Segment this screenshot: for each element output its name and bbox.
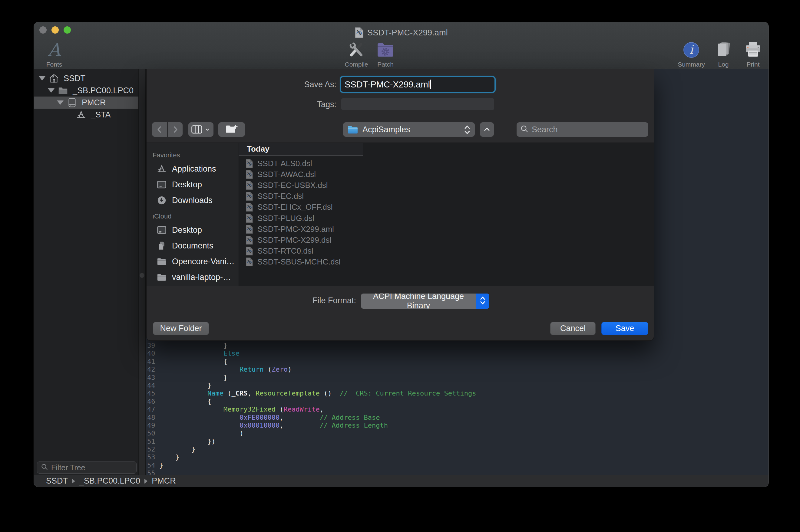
tree-item-SSDT[interactable]: SSDT [34, 72, 138, 84]
toolbar-center: CompilePatch [343, 38, 399, 68]
home-icon [49, 73, 60, 83]
code-token: { [159, 358, 227, 365]
file-row[interactable]: SSDT-AWAC.dsl [239, 169, 363, 180]
code-token: ReadWrite [284, 405, 320, 413]
code-text: } [159, 342, 227, 349]
toolbar-item-label: Summary [678, 61, 705, 68]
code-line: 47 Memory32Fixed (ReadWrite, [146, 405, 768, 413]
file-row[interactable]: SSDT-SBUS-MCHC.dsl [239, 256, 363, 267]
code-line: 45 Name (_CRS, ResourceTemplate () // _C… [146, 390, 768, 397]
toolbar-item-patch[interactable]: Patch [372, 38, 399, 68]
device-icon [67, 97, 78, 108]
line-number: 50 [146, 430, 159, 437]
sidebar-item-label: Downloads [172, 196, 212, 205]
sidebar-item-desktop[interactable]: Desktop [147, 177, 239, 192]
sidebar-item-downloads[interactable]: Downloads [147, 192, 239, 208]
code-text: }) [159, 438, 215, 445]
code-text: } [159, 453, 179, 461]
code-token: Memory32Fixed [223, 405, 276, 413]
downloads-icon [157, 195, 167, 205]
disclosure-triangle-icon[interactable] [57, 100, 63, 105]
window-title: SSDT-PMC-X299.aml [367, 28, 448, 38]
file-row[interactable]: SSDT-EHCx_OFF.dsl [239, 202, 363, 213]
tree-item-_STA[interactable]: _STA [34, 109, 138, 121]
disclosure-triangle-icon[interactable] [48, 88, 55, 93]
line-number: 49 [146, 421, 159, 430]
filter-tree-input[interactable] [51, 463, 133, 472]
toolbar-item-label: Log [718, 61, 728, 68]
forward-button[interactable] [168, 122, 183, 137]
file-row[interactable]: SSDT-RTC0.dsl [239, 246, 363, 256]
print-icon [743, 38, 763, 60]
file-row[interactable]: SSDT-PMC-X299.dsl [239, 234, 363, 245]
sidebar-item-opencore-vani-[interactable]: Opencore-Vani… [147, 253, 239, 269]
code-token [159, 390, 207, 397]
sidebar-item-applications[interactable]: Applications [147, 161, 239, 177]
toolbar-item-compile[interactable]: Compile [343, 38, 370, 68]
disclosure-triangle-icon[interactable] [39, 76, 45, 80]
toolbar-item-log[interactable]: Log [712, 38, 734, 68]
code-text: Return (Zero) [159, 365, 292, 374]
cancel-button[interactable]: Cancel [550, 322, 596, 335]
line-number: 47 [146, 405, 159, 413]
code-token: , [247, 390, 256, 397]
sidebar-item-vanilla-laptop--[interactable]: vanilla-laptop-… [147, 269, 239, 285]
code-token: ( [223, 390, 231, 397]
view-mode-button[interactable] [188, 122, 213, 137]
code-line: 39 } [146, 342, 768, 349]
patch-icon [376, 38, 395, 60]
dialog-nav-row: AcpiSamples [147, 122, 654, 137]
code-token: , [320, 405, 324, 413]
search-input[interactable] [532, 125, 645, 134]
sidebar-item-desktop[interactable]: Desktop [147, 222, 239, 238]
new-folder-toolbar-button[interactable] [218, 122, 245, 137]
page-icon [246, 192, 253, 201]
save-button[interactable]: Save [601, 322, 648, 335]
breadcrumb-segment: SSDT [46, 476, 68, 486]
file-row[interactable]: SSDT-PLUG.dsl [239, 213, 363, 224]
save-as-input[interactable]: SSDT-PMC-X299.aml [341, 77, 495, 92]
file-group-header: Today [239, 143, 363, 155]
code-token: ) [288, 365, 292, 373]
document-icon [355, 27, 364, 38]
parent-folder-button[interactable] [480, 122, 494, 137]
search-box[interactable] [517, 122, 648, 137]
sidebar-item-documents[interactable]: Documents [147, 238, 239, 253]
sidebar-item-label: vanilla-laptop-… [172, 273, 231, 282]
toolbar-item-fonts[interactable]: AFonts [41, 38, 68, 68]
line-number: 41 [146, 358, 159, 365]
desktop-background: SSDT-PMC-X299.aml AFonts CompilePatch iS… [0, 0, 800, 532]
filter-tree-box[interactable] [37, 461, 136, 474]
pane-splitter[interactable] [138, 69, 146, 475]
code-line: 48 0xFE000000, // Address Base [146, 414, 768, 421]
location-popup[interactable]: AcpiSamples [343, 122, 475, 137]
file-row[interactable]: SSDT-EC.dsl [239, 191, 363, 202]
code-line: 42 Return (Zero) [146, 365, 768, 374]
back-button[interactable] [152, 122, 167, 137]
toolbar-item-print[interactable]: Print [742, 38, 764, 68]
save-as-label: Save As: [246, 80, 336, 89]
file-format-value: ACPI Machine Language Binary [361, 293, 476, 309]
file-row[interactable]: SSDT-PMC-X299.aml [239, 224, 363, 234]
code-token: , [279, 414, 319, 421]
file-format-popup[interactable]: ACPI Machine Language Binary [361, 293, 489, 309]
file-name: SSDT-EC-USBX.dsl [257, 180, 328, 190]
sidebar-item-label: Desktop [172, 180, 202, 189]
tags-input[interactable] [341, 98, 495, 110]
breadcrumb: SSDT_SB.PC00.LPC0PMCR [46, 476, 176, 486]
sidebar-item-label: Opencore-Vani… [172, 257, 235, 266]
code-text: 0xFE000000, // Address Base [159, 414, 380, 421]
tree-item-_SB.PC00.LPC0[interactable]: _SB.PC00.LPC0 [34, 84, 138, 97]
tree-item-PMCR[interactable]: PMCR [34, 97, 138, 109]
breadcrumb-segment: _SB.PC00.LPC0 [79, 476, 140, 486]
file-row[interactable]: SSDT-EC-USBX.dsl [239, 180, 363, 191]
line-number: 48 [146, 414, 159, 421]
toolbar-item-summary[interactable]: iSummary [678, 38, 705, 68]
dialog-actions: New Folder Cancel Save [147, 315, 654, 340]
splitter-knob[interactable] [139, 273, 145, 278]
file-row[interactable]: SSDT-ALS0.dsl [239, 158, 363, 169]
documents-icon [157, 241, 167, 251]
file-name: SSDT-EC.dsl [257, 192, 304, 201]
code-token: // Address Length [320, 421, 388, 429]
new-folder-button[interactable]: New Folder [153, 322, 209, 335]
